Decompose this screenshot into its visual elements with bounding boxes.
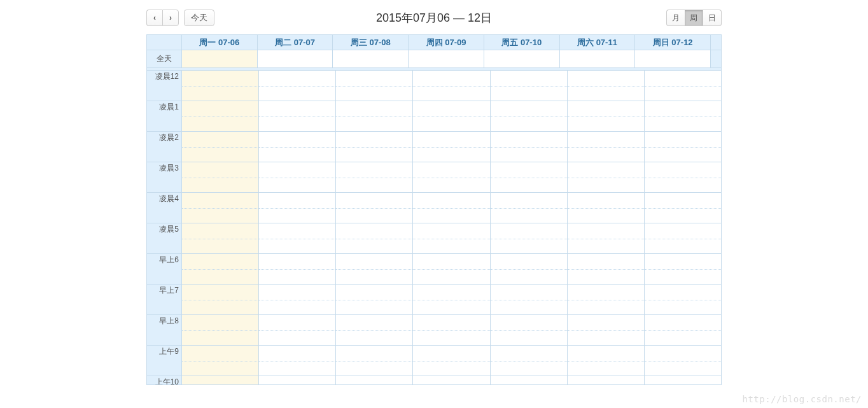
hour-slot[interactable]	[182, 254, 258, 285]
hour-slot[interactable]	[259, 132, 335, 162]
hour-slot[interactable]	[336, 101, 412, 132]
hour-slot[interactable]	[182, 71, 258, 101]
hour-slot[interactable]	[645, 71, 721, 101]
hour-slot[interactable]	[413, 376, 489, 385]
hour-slot[interactable]	[182, 101, 258, 132]
hour-slot[interactable]	[645, 254, 721, 285]
day-header[interactable]: 周日 07-12	[635, 35, 711, 50]
hour-slot[interactable]	[491, 254, 567, 285]
hour-slot[interactable]	[259, 71, 335, 101]
hour-slot[interactable]	[336, 315, 412, 346]
hour-slot[interactable]	[336, 162, 412, 193]
hour-slot[interactable]	[182, 285, 258, 315]
allday-cell[interactable]	[635, 50, 711, 68]
hour-slot[interactable]	[491, 346, 567, 376]
hour-slot[interactable]	[259, 193, 335, 223]
view-month-button[interactable]: 月	[666, 10, 685, 26]
allday-cell[interactable]	[484, 50, 560, 68]
hour-slot[interactable]	[491, 193, 567, 223]
hour-slot[interactable]	[568, 132, 644, 162]
hour-slot[interactable]	[259, 162, 335, 193]
hour-slot[interactable]	[336, 132, 412, 162]
allday-cell[interactable]	[182, 50, 258, 68]
hour-slot[interactable]	[645, 223, 721, 254]
hour-slot[interactable]	[413, 162, 489, 193]
hour-slot[interactable]	[182, 346, 258, 376]
hour-slot[interactable]	[491, 223, 567, 254]
hour-slot[interactable]	[645, 101, 721, 132]
hour-slot[interactable]	[182, 193, 258, 223]
hour-slot[interactable]	[413, 132, 489, 162]
prev-button[interactable]: ‹	[146, 10, 162, 26]
hour-slot[interactable]	[645, 162, 721, 193]
day-header[interactable]: 周五 07-10	[484, 35, 560, 50]
hour-slot[interactable]	[336, 254, 412, 285]
hour-slot[interactable]	[182, 315, 258, 346]
hour-slot[interactable]	[568, 285, 644, 315]
hour-slot[interactable]	[259, 315, 335, 346]
hour-slot[interactable]	[336, 285, 412, 315]
hour-slot[interactable]	[491, 162, 567, 193]
hour-slot[interactable]	[336, 376, 412, 385]
hour-slot[interactable]	[259, 254, 335, 285]
hour-slot[interactable]	[413, 101, 489, 132]
view-day-button[interactable]: 日	[703, 10, 722, 26]
today-button[interactable]: 今天	[184, 10, 214, 26]
hour-slot[interactable]	[491, 132, 567, 162]
day-column[interactable]	[259, 71, 336, 384]
hour-slot[interactable]	[568, 162, 644, 193]
hour-slot[interactable]	[568, 254, 644, 285]
hour-slot[interactable]	[336, 346, 412, 376]
day-header[interactable]: 周四 07-09	[409, 35, 484, 50]
day-column[interactable]	[182, 71, 259, 384]
allday-cell[interactable]	[258, 50, 333, 68]
hour-slot[interactable]	[491, 101, 567, 132]
hour-slot[interactable]	[568, 315, 644, 346]
hour-slot[interactable]	[645, 132, 721, 162]
day-column[interactable]	[336, 71, 413, 384]
allday-cell[interactable]	[409, 50, 484, 68]
hour-slot[interactable]	[259, 376, 335, 385]
hour-slot[interactable]	[413, 285, 489, 315]
allday-cell[interactable]	[333, 50, 409, 68]
day-column[interactable]	[568, 71, 645, 384]
hour-slot[interactable]	[182, 162, 258, 193]
hour-slot[interactable]	[645, 315, 721, 346]
hour-slot[interactable]	[491, 315, 567, 346]
hour-slot[interactable]	[491, 71, 567, 101]
hour-slot[interactable]	[259, 285, 335, 315]
hour-slot[interactable]	[182, 132, 258, 162]
hour-slot[interactable]	[645, 346, 721, 376]
hour-slot[interactable]	[491, 285, 567, 315]
view-week-button[interactable]: 周	[685, 10, 703, 26]
calendar-grid-body[interactable]: 凌晨12凌晨1凌晨2凌晨3凌晨4凌晨5早上6早上7早上8上午9上午10上午11中…	[146, 71, 722, 385]
hour-slot[interactable]	[645, 376, 721, 385]
hour-slot[interactable]	[259, 223, 335, 254]
day-column[interactable]	[413, 71, 490, 384]
day-header[interactable]: 周三 07-08	[333, 35, 409, 50]
hour-slot[interactable]	[645, 193, 721, 223]
hour-slot[interactable]	[336, 223, 412, 254]
hour-slot[interactable]	[568, 346, 644, 376]
day-header[interactable]: 周二 07-07	[258, 35, 333, 50]
day-header[interactable]: 周六 07-11	[560, 35, 636, 50]
next-button[interactable]: ›	[162, 10, 179, 26]
hour-slot[interactable]	[413, 193, 489, 223]
day-column[interactable]	[491, 71, 568, 384]
hour-slot[interactable]	[568, 223, 644, 254]
hour-slot[interactable]	[182, 223, 258, 254]
hour-slot[interactable]	[413, 315, 489, 346]
hour-slot[interactable]	[413, 223, 489, 254]
hour-slot[interactable]	[413, 254, 489, 285]
hour-slot[interactable]	[568, 193, 644, 223]
hour-slot[interactable]	[491, 376, 567, 385]
allday-cell[interactable]	[560, 50, 636, 68]
hour-slot[interactable]	[645, 285, 721, 315]
day-column[interactable]	[645, 71, 721, 384]
hour-slot[interactable]	[336, 71, 412, 101]
day-header[interactable]: 周一 07-06	[182, 35, 258, 50]
hour-slot[interactable]	[259, 101, 335, 132]
hour-slot[interactable]	[568, 376, 644, 385]
hour-slot[interactable]	[413, 71, 489, 101]
hour-slot[interactable]	[259, 346, 335, 376]
